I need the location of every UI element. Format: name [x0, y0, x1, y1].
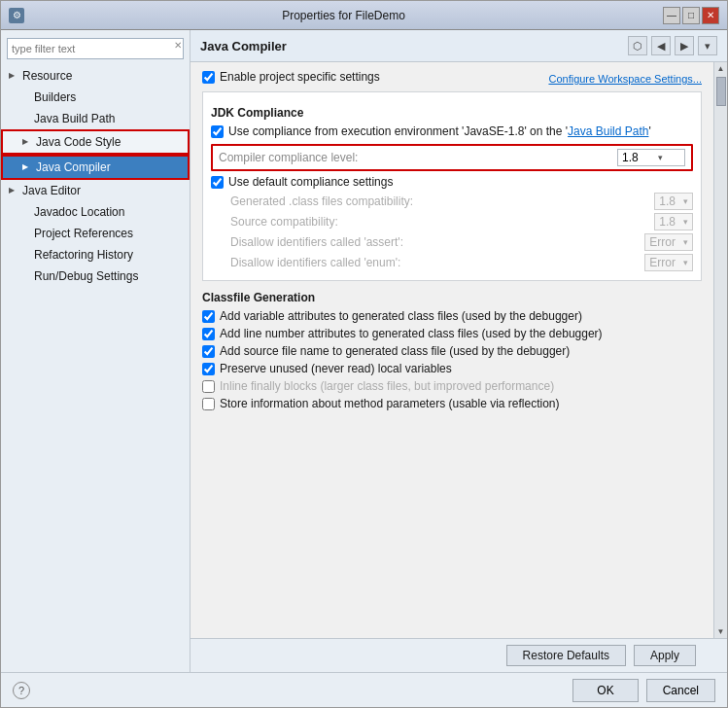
properties-window: ⚙ Properties for FileDemo — □ ✕ ✕ ▶ Reso…	[0, 0, 728, 708]
minimize-button[interactable]: —	[663, 7, 680, 24]
dropdown-arrow-icon: ▾	[683, 258, 688, 267]
panel-header: Java Compiler ⬡ ◀ ▶ ▾	[191, 30, 727, 62]
bottom-buttons: OK Cancel	[572, 679, 715, 702]
toolbar-back-button[interactable]: ⬡	[628, 36, 647, 55]
scrollbar: ▲ ▼	[713, 62, 727, 638]
add-variable-checkbox[interactable]	[202, 310, 215, 323]
help-button[interactable]: ?	[13, 682, 30, 699]
sidebar-item-label: Refactoring History	[34, 246, 133, 264]
toolbar-next-button[interactable]: ▶	[675, 36, 694, 55]
sidebar-item-label: Builders	[34, 88, 76, 106]
dropdown-icon: ▾	[705, 40, 711, 53]
toolbar-dropdown-button[interactable]: ▾	[698, 36, 717, 55]
sidebar: ✕ ▶ Resource Builders Java Build Path ▶ …	[1, 30, 191, 672]
sidebar-item-label: Project References	[34, 225, 133, 242]
scroll-down-button[interactable]: ▼	[715, 625, 727, 638]
window-title: Properties for FileDemo	[24, 9, 663, 22]
store-information-label: Store information about method parameter…	[220, 397, 560, 410]
jdk-compliance-heading: JDK Compliance	[211, 106, 693, 120]
java-build-path-link[interactable]: Java Build Path	[568, 124, 648, 138]
title-bar-buttons: — □ ✕	[663, 7, 719, 24]
bottom-bar: ? OK Cancel	[1, 672, 727, 707]
disallow-assert-label: Disallow identifiers called 'assert':	[230, 235, 644, 249]
sidebar-item-label: Java Editor	[22, 182, 81, 199]
source-compat-value: 1.8	[659, 215, 676, 229]
dropdown-arrow-icon: ▾	[658, 153, 663, 162]
use-compliance-row: Use compliance from execution environmen…	[211, 124, 693, 138]
sidebar-item-resource[interactable]: ▶ Resource	[1, 65, 190, 87]
preserve-unused-row: Preserve unused (never read) local varia…	[202, 362, 702, 375]
right-panel: Java Compiler ⬡ ◀ ▶ ▾	[191, 30, 727, 672]
sidebar-item-refactoring-history[interactable]: Refactoring History	[1, 244, 190, 266]
disallow-enum-value: Error	[649, 256, 676, 269]
compliance-value: 1.8	[622, 151, 639, 164]
restore-defaults-button[interactable]: Restore Defaults	[506, 645, 626, 666]
compiler-compliance-row: Compiler compliance level: 1.8 ▾	[211, 144, 693, 171]
disallow-assert-dropdown[interactable]: Error ▾	[644, 233, 693, 251]
apply-button[interactable]: Apply	[634, 645, 696, 666]
forward-icon: ◀	[657, 40, 665, 53]
sidebar-item-java-editor[interactable]: ▶ Java Editor	[1, 180, 190, 201]
sidebar-item-run-debug-settings[interactable]: Run/Debug Settings	[1, 266, 190, 287]
filter-input[interactable]	[7, 38, 184, 59]
cancel-button[interactable]: Cancel	[646, 679, 715, 702]
sidebar-item-label: Java Compiler	[36, 159, 111, 176]
disallow-assert-value: Error	[649, 235, 676, 249]
ok-button[interactable]: OK	[572, 679, 638, 702]
toolbar-forward-button[interactable]: ◀	[651, 36, 671, 55]
disallow-enum-dropdown[interactable]: Error ▾	[644, 254, 693, 271]
disallow-enum-row: Disallow identifiers called 'enum': Erro…	[230, 254, 693, 271]
sidebar-item-label: Javadoc Location	[34, 203, 124, 221]
inline-finally-row: Inline finally blocks (larger class file…	[202, 379, 702, 393]
window-icon: ⚙	[9, 8, 24, 23]
dropdown-arrow-icon: ▾	[683, 196, 688, 206]
arrow-icon: ▶	[22, 133, 34, 151]
store-information-checkbox[interactable]	[202, 398, 215, 410]
scroll-up-button[interactable]: ▲	[715, 62, 727, 75]
add-line-number-checkbox[interactable]	[202, 328, 215, 340]
configure-workspace-link[interactable]: Configure Workspace Settings...	[548, 73, 702, 85]
use-compliance-checkbox[interactable]	[211, 125, 224, 138]
enable-project-settings-label: Enable project specific settings	[220, 70, 380, 84]
scroll-thumb[interactable]	[716, 77, 726, 106]
compiler-compliance-label: Compiler compliance level:	[219, 151, 617, 164]
use-compliance-text: Use compliance from execution environmen…	[228, 124, 651, 138]
next-icon: ▶	[680, 40, 688, 53]
use-default-compliance-label: Use default compliance settings	[228, 175, 393, 189]
compiler-compliance-dropdown[interactable]: 1.8 ▾	[617, 149, 685, 166]
panel-title: Java Compiler	[200, 39, 287, 53]
enable-project-settings-checkbox[interactable]	[202, 71, 215, 84]
add-variable-label: Add variable attributes to generated cla…	[220, 309, 582, 323]
maximize-button[interactable]: □	[682, 7, 700, 24]
inline-finally-checkbox[interactable]	[202, 380, 215, 393]
add-variable-row: Add variable attributes to generated cla…	[202, 309, 702, 323]
add-source-file-checkbox[interactable]	[202, 345, 215, 358]
generated-class-dropdown[interactable]: 1.8 ▾	[654, 193, 693, 210]
preserve-unused-label: Preserve unused (never read) local varia…	[220, 362, 452, 375]
arrow-icon: ▶	[9, 182, 20, 199]
sidebar-item-label: Java Code Style	[36, 133, 121, 151]
sidebar-item-javadoc-location[interactable]: Javadoc Location	[1, 201, 190, 223]
close-button[interactable]: ✕	[702, 7, 719, 24]
sidebar-item-builders[interactable]: Builders	[1, 87, 190, 108]
add-source-file-row: Add source file name to generated class …	[202, 344, 702, 358]
filter-clear-icon[interactable]: ✕	[174, 40, 182, 51]
sidebar-item-java-build-path[interactable]: Java Build Path	[1, 108, 190, 129]
main-content: ✕ ▶ Resource Builders Java Build Path ▶ …	[1, 30, 727, 672]
use-default-compliance-checkbox[interactable]	[211, 176, 224, 189]
source-compat-dropdown[interactable]: 1.8 ▾	[654, 213, 693, 230]
filter-box: ✕	[7, 38, 184, 59]
preserve-unused-checkbox[interactable]	[202, 363, 215, 375]
add-line-number-label: Add line number attributes to generated …	[220, 327, 603, 340]
sidebar-item-java-code-style[interactable]: ▶ Java Code Style	[1, 129, 190, 155]
classfile-generation-heading: Classfile Generation	[202, 291, 702, 304]
store-information-row: Store information about method parameter…	[202, 397, 702, 410]
add-source-file-label: Add source file name to generated class …	[220, 344, 570, 358]
arrow-icon: ▶	[9, 67, 20, 85]
enable-settings-row: Enable project specific settings Configu…	[202, 70, 702, 88]
sidebar-item-java-compiler[interactable]: ▶ Java Compiler	[1, 155, 190, 180]
source-compat-row: Source compatibility: 1.8 ▾	[230, 213, 693, 230]
panel-toolbar: ⬡ ◀ ▶ ▾	[628, 36, 717, 55]
jdk-compliance-group: JDK Compliance Use compliance from execu…	[202, 91, 702, 281]
sidebar-item-project-references[interactable]: Project References	[1, 223, 190, 244]
